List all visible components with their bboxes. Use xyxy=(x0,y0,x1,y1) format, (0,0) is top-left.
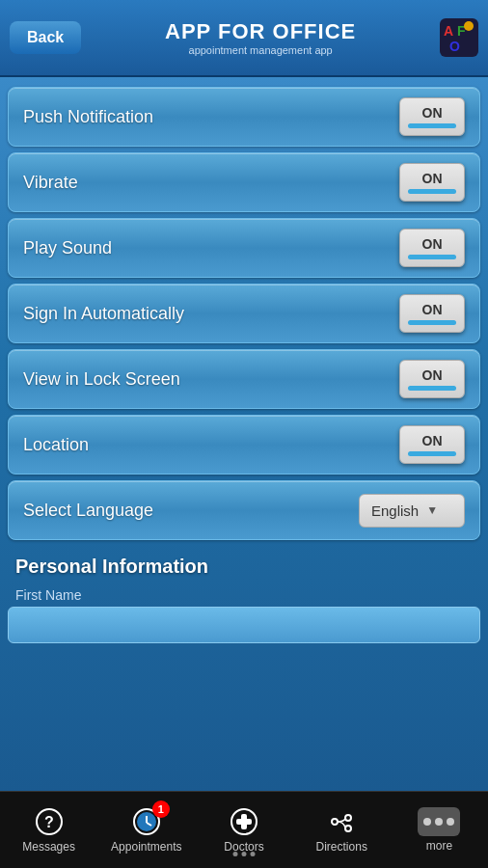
location-label: Location xyxy=(23,435,89,455)
app-subtitle: appointment management app xyxy=(81,44,440,56)
push-notification-toggle-text: ON xyxy=(422,105,443,122)
svg-point-19 xyxy=(447,818,454,826)
first-name-input[interactable] xyxy=(8,607,480,643)
app-title: APP FOR OFFICE xyxy=(81,19,440,44)
dot-2 xyxy=(242,852,247,856)
svg-text:A: A xyxy=(444,23,453,39)
dot-1 xyxy=(233,852,238,856)
lock-screen-toggle-text: ON xyxy=(422,367,443,384)
sign-in-auto-label: Sign In Automatically xyxy=(23,304,184,324)
more-icon xyxy=(418,807,460,836)
vibrate-toggle[interactable]: ON xyxy=(399,163,465,202)
header-center: APP FOR OFFICE appointment management ap… xyxy=(81,19,440,56)
vibrate-row: Vibrate ON xyxy=(8,152,480,212)
play-sound-toggle-text: ON xyxy=(422,236,443,253)
nav-item-doctors[interactable]: Doctors xyxy=(195,800,292,859)
sign-in-auto-toggle-bar xyxy=(408,320,456,325)
lock-screen-label: View in Lock Screen xyxy=(23,369,180,390)
vibrate-toggle-text: ON xyxy=(422,171,443,187)
svg-text:?: ? xyxy=(44,814,54,830)
nav-item-directions[interactable]: Directions xyxy=(293,800,391,859)
main-content: Push Notification ON Vibrate ON Play Sou… xyxy=(0,77,488,791)
bottom-nav: ? Messages 1 Appointments Doctors xyxy=(0,791,488,868)
nav-item-appointments[interactable]: 1 Appointments xyxy=(97,800,195,859)
play-sound-toggle[interactable]: ON xyxy=(399,229,465,267)
question-icon: ? xyxy=(34,806,65,837)
sign-in-auto-toggle-text: ON xyxy=(422,302,443,318)
play-sound-label: Play Sound xyxy=(23,238,112,258)
push-notification-toggle-bar xyxy=(408,123,456,128)
app-header: Back APP FOR OFFICE appointment manageme… xyxy=(0,0,488,77)
svg-point-15 xyxy=(345,815,351,821)
app-logo: A F O xyxy=(440,18,478,57)
svg-point-18 xyxy=(435,818,443,826)
chevron-down-icon: ▼ xyxy=(426,503,438,517)
appointments-nav-label: Appointments xyxy=(111,840,181,854)
svg-point-16 xyxy=(345,826,351,831)
lock-screen-toggle[interactable]: ON xyxy=(399,360,465,398)
messages-nav-label: Messages xyxy=(22,840,75,854)
nav-item-more[interactable]: more xyxy=(391,801,488,858)
cross-icon xyxy=(229,806,259,837)
language-row: Select Language English ▼ xyxy=(8,480,480,540)
first-name-label: First Name xyxy=(8,583,480,607)
lock-screen-row: View in Lock Screen ON xyxy=(8,349,480,409)
directions-icon xyxy=(326,806,357,837)
svg-point-4 xyxy=(464,21,474,31)
play-sound-row: Play Sound ON xyxy=(8,218,480,278)
svg-rect-13 xyxy=(236,819,252,825)
vibrate-label: Vibrate xyxy=(23,173,78,193)
lock-screen-toggle-bar xyxy=(408,386,456,391)
language-select[interactable]: English ▼ xyxy=(359,494,465,528)
svg-point-14 xyxy=(332,819,338,825)
language-selected-value: English xyxy=(371,502,419,519)
language-label: Select Language xyxy=(23,501,153,521)
appointments-badge: 1 xyxy=(152,800,170,818)
push-notification-toggle[interactable]: ON xyxy=(399,97,465,136)
directions-nav-label: Directions xyxy=(316,840,367,854)
push-notification-row: Push Notification ON xyxy=(8,87,480,147)
nav-item-messages[interactable]: ? Messages xyxy=(0,800,97,859)
bottom-dots xyxy=(233,852,256,856)
sign-in-auto-row: Sign In Automatically ON xyxy=(8,284,480,343)
clock-icon: 1 xyxy=(131,806,162,837)
location-toggle-bar xyxy=(408,451,456,456)
push-notification-label: Push Notification xyxy=(23,107,153,127)
personal-info-section-title: Personal Information xyxy=(8,546,480,583)
play-sound-toggle-bar xyxy=(408,255,456,259)
svg-point-17 xyxy=(423,818,431,826)
vibrate-toggle-bar xyxy=(408,189,456,194)
location-toggle[interactable]: ON xyxy=(399,425,465,464)
location-row: Location ON xyxy=(8,415,480,475)
location-toggle-text: ON xyxy=(422,433,443,449)
dot-3 xyxy=(251,852,256,856)
back-button[interactable]: Back xyxy=(10,21,81,54)
sign-in-auto-toggle[interactable]: ON xyxy=(399,294,465,333)
more-nav-label: more xyxy=(426,839,452,853)
svg-text:O: O xyxy=(449,39,460,54)
